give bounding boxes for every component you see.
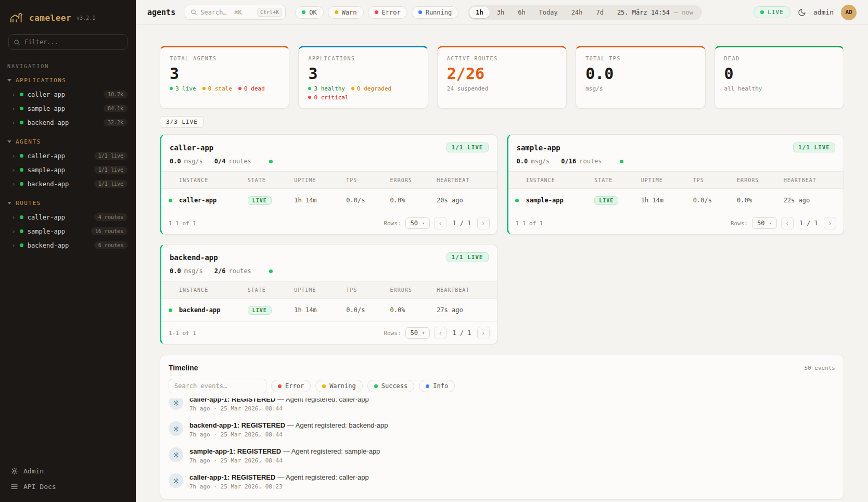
section-header-routes[interactable]: ROUTES (0, 197, 136, 210)
search-input[interactable] (200, 9, 254, 16)
live-badge: 1/1 LIVE (446, 252, 489, 262)
timeline-filter-error[interactable]: Error (271, 380, 311, 392)
sidebar-item-badge: 84.1k (104, 105, 127, 112)
timeline-event[interactable]: sample-app-1: REGISTERED — Agent registe… (169, 443, 835, 469)
sidebar-item-sample-app-agent[interactable]: › sample-app 1/1 live (0, 163, 136, 177)
chevron-down-icon: ▾ (769, 221, 771, 226)
api-docs-link[interactable]: API Docs (10, 483, 125, 491)
stat-card-dead: DEAD 0 all healthy (714, 46, 844, 109)
rows-per-page-select[interactable]: 50 ▾ (752, 217, 777, 229)
row-range: 1-1 of 1 (169, 330, 196, 337)
rows-per-page-select[interactable]: 50 ▾ (405, 217, 430, 229)
section-header-applications[interactable]: APPLICATIONS (0, 74, 136, 87)
rows-per-page-select[interactable]: 50 ▾ (405, 327, 430, 339)
event-icon-circle (169, 473, 183, 488)
sidebar-item-backend-app[interactable]: › backend-app 32.2k (0, 115, 136, 130)
time-range-today[interactable]: Today (533, 7, 564, 18)
instance-name: backend-app (179, 306, 248, 314)
sidebar-item-sample-app[interactable]: › sample-app 84.1k (0, 101, 136, 115)
timeline-search-input[interactable] (169, 379, 266, 393)
time-range-1h[interactable]: 1h (469, 7, 489, 18)
prev-page-button[interactable]: ‹ (781, 217, 794, 229)
agent-gear-icon (173, 426, 180, 432)
chevron-left-icon: ‹ (438, 329, 442, 337)
filter-warn-button[interactable]: Warn (328, 6, 364, 19)
next-page-button[interactable]: › (477, 217, 490, 229)
filter-error-button[interactable]: Error (368, 6, 407, 19)
sidebar-item-badge: 1/1 live (94, 166, 127, 174)
column-header: TPS (346, 287, 390, 293)
stat-card-active-routes: ACTIVE ROUTES 2/26 24 suspended (437, 46, 567, 109)
sidebar-item-badge: 4 routes (94, 213, 127, 221)
section-header-agents[interactable]: AGENTS (0, 136, 136, 149)
next-page-button[interactable]: › (824, 217, 836, 229)
table-row[interactable]: caller-app LIVE 1h 14m 0.0/s 0.0% 20s ag… (161, 189, 497, 212)
rows-label: Rows: (731, 220, 748, 227)
sidebar-filter-input[interactable] (8, 34, 127, 50)
app-card-sample-app: sample-app 1/1 LIVE 0.0 msg/s 0/16 route… (507, 134, 845, 235)
sidebar-item-caller-app-agent[interactable]: › caller-app 1/1 live (0, 149, 136, 163)
prev-page-button[interactable]: ‹ (434, 217, 446, 229)
tps-cell: 0.0/s (346, 197, 390, 204)
time-range-3h[interactable]: 3h (491, 7, 510, 18)
prev-page-button[interactable]: ‹ (434, 327, 446, 339)
app-card-stats: 0.0 msg/s 2/6 routes (161, 267, 497, 281)
tps-unit: msg/s (184, 267, 203, 275)
overall-live-badge: 3/3 LIVE (160, 116, 204, 128)
health-dot (620, 160, 623, 163)
event-description: — Agent registered: sample-app (283, 447, 380, 455)
event-timestamp: 7h ago · 25 Mar 2026, 08:44 (189, 405, 369, 412)
sidebar-filter[interactable] (8, 34, 127, 50)
admin-link[interactable]: Admin (10, 467, 125, 475)
avatar[interactable]: AD (841, 5, 857, 20)
timeline-event-list[interactable]: caller-app-1: REGISTERED — Agent registe… (160, 398, 844, 495)
column-header: TPS (693, 177, 737, 183)
column-header: UPTIME (641, 177, 693, 183)
sidebar-item-backend-app-agent[interactable]: › backend-app 1/1 live (0, 177, 136, 191)
state-badge: LIVE (248, 306, 272, 315)
chevron-down-icon (7, 202, 11, 204)
sidebar-item-caller-app[interactable]: › caller-app 10.7k (0, 87, 136, 101)
global-search[interactable]: Ctrl+K (185, 5, 286, 20)
timeline-event[interactable]: caller-app-1: REGISTERED — Agent registe… (169, 398, 835, 417)
stale-dot (202, 87, 206, 90)
sidebar-item-label: backend-app (28, 119, 69, 126)
page-indicator: 1 / 1 (798, 220, 820, 227)
sidebar-item-caller-app-routes[interactable]: › caller-app 4 routes (0, 210, 136, 224)
next-page-button[interactable]: › (477, 327, 490, 339)
time-range-6h[interactable]: 6h (512, 7, 531, 18)
filter-ok-button[interactable]: OK (295, 6, 323, 19)
status-dot (20, 215, 23, 219)
dark-mode-toggle[interactable] (798, 8, 806, 17)
stat-value: 3 (170, 66, 279, 82)
navigation-label: NAVIGATION (0, 55, 136, 74)
state-badge: LIVE (594, 196, 618, 205)
info-dot (426, 384, 429, 388)
page-title: agents (147, 8, 175, 17)
chevron-right-icon: › (11, 166, 16, 173)
event-description: — Agent registered: backend-app (287, 421, 388, 429)
sidebar-item-label: caller-app (28, 91, 65, 98)
sidebar-item-badge: 16 routes (91, 227, 127, 235)
sidebar-item-sample-app-routes[interactable]: › sample-app 16 routes (0, 224, 136, 238)
timeline-event[interactable]: caller-app-1: REGISTERED — Agent registe… (169, 469, 835, 495)
table-row[interactable]: sample-app LIVE 1h 14m 0.0/s 0.0% 22s ag… (508, 189, 844, 212)
moon-icon (798, 8, 806, 17)
time-range-24h[interactable]: 24h (565, 7, 589, 18)
time-range-7d[interactable]: 7d (590, 7, 609, 18)
sidebar-item-label: sample-app (28, 105, 65, 112)
chevron-right-icon: › (11, 119, 16, 126)
table-row[interactable]: backend-app LIVE 1h 14m 0.0/s 0.0% 27s a… (161, 299, 497, 321)
timeline-filter-success[interactable]: Success (367, 380, 415, 392)
warn-dot (335, 10, 338, 14)
app-card-title: sample-app (517, 144, 560, 152)
sidebar-item-backend-app-routes[interactable]: › backend-app 6 routes (0, 238, 136, 252)
event-timestamp: 7h ago · 25 Mar 2026, 08:23 (189, 483, 369, 490)
search-icon (14, 39, 20, 46)
timeline-event[interactable]: backend-app-1: REGISTERED — Agent regist… (169, 417, 835, 443)
heartbeat-cell: 27s ago (437, 306, 491, 314)
filter-running-button[interactable]: Running (412, 6, 459, 19)
timeline-filter-info[interactable]: Info (419, 380, 455, 392)
timeline-filter-warning[interactable]: Warning (315, 380, 363, 392)
status-dot (20, 243, 23, 247)
